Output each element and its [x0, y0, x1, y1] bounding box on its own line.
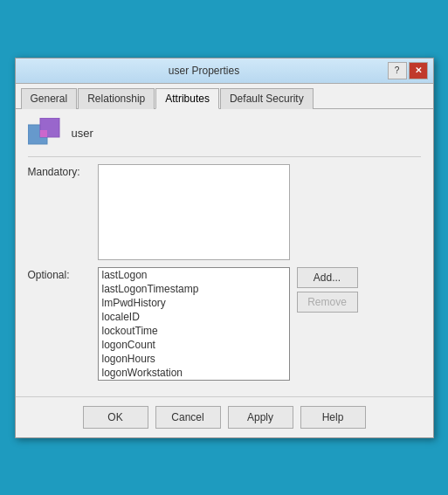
optional-label: Optional: [28, 267, 98, 281]
tab-content: user Mandatory: Optional: lastLogonlastL… [16, 109, 433, 396]
object-type-label: user [72, 127, 93, 140]
optional-section: Optional: lastLogonlastLogonTimestamplmP… [28, 267, 421, 381]
bottom-bar: OK Cancel Apply Help [16, 396, 433, 437]
mandatory-label: Mandatory: [28, 164, 98, 178]
svg-rect-2 [40, 130, 47, 137]
list-item[interactable]: lastLogonTimestamp [99, 282, 289, 296]
tab-relationship[interactable]: Relationship [78, 88, 155, 109]
title-bar-buttons: ? ✕ [388, 62, 428, 79]
mandatory-section: Mandatory: [28, 164, 421, 260]
tab-general[interactable]: General [21, 88, 78, 109]
list-item[interactable]: logonCount [99, 338, 289, 352]
optional-area: lastLogonlastLogonTimestamplmPwdHistoryl… [98, 267, 358, 381]
list-item[interactable]: lmPwdHistory [99, 296, 289, 310]
list-item[interactable]: lockoutTime [99, 324, 289, 338]
close-title-button[interactable]: ✕ [409, 62, 428, 79]
apply-button[interactable]: Apply [228, 406, 293, 429]
window-title: user Properties [21, 65, 388, 77]
cancel-button[interactable]: Cancel [155, 406, 221, 429]
side-buttons: Add... Remove [297, 267, 358, 313]
object-icon [28, 118, 63, 149]
help-title-button[interactable]: ? [388, 62, 407, 79]
add-button[interactable]: Add... [297, 267, 358, 288]
tab-default-security[interactable]: Default Security [220, 88, 314, 109]
help-button[interactable]: Help [300, 406, 366, 429]
title-bar: user Properties ? ✕ [16, 58, 433, 84]
remove-button[interactable]: Remove [297, 292, 358, 313]
list-item[interactable]: logonHours [99, 352, 289, 366]
mandatory-listbox[interactable] [98, 164, 290, 260]
optional-list-inner[interactable]: lastLogonlastLogonTimestamplmPwdHistoryl… [99, 268, 289, 380]
list-item[interactable]: localeID [99, 310, 289, 324]
list-item[interactable]: logonWorkstation [99, 366, 289, 380]
tab-bar: General Relationship Attributes Default … [16, 84, 433, 109]
tab-attributes[interactable]: Attributes [155, 88, 219, 109]
icon-area: user [28, 118, 421, 157]
ok-button[interactable]: OK [83, 406, 148, 429]
window: user Properties ? ✕ General Relationship… [15, 58, 434, 438]
list-item[interactable]: lastLogon [99, 268, 289, 282]
optional-listbox[interactable]: lastLogonlastLogonTimestamplmPwdHistoryl… [98, 267, 290, 381]
